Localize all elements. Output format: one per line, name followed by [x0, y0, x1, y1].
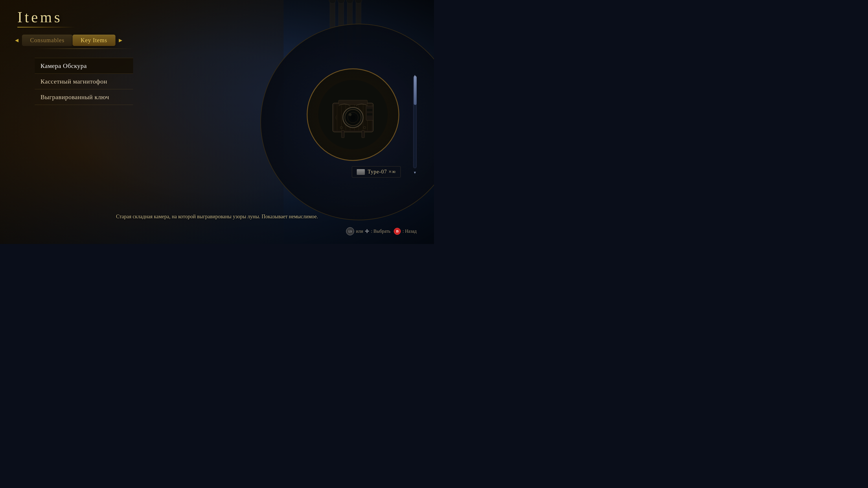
item-list: Камера Обскура Кассетный магнитофон Выгр…: [35, 58, 133, 105]
select-control: LS или ✛ : Выбрать: [346, 227, 390, 235]
or-label: или: [356, 229, 363, 234]
right-panel: ▲ ▼: [289, 0, 434, 244]
list-item[interactable]: Кассетный магнитофон: [35, 74, 133, 89]
svg-point-22: [351, 115, 355, 120]
scroll-bar[interactable]: [413, 76, 416, 168]
scroll-up-arrow[interactable]: ▲: [412, 73, 418, 78]
page-title: Items: [18, 9, 75, 26]
tab-arrow-left[interactable]: ◄: [11, 35, 22, 46]
controls-hint: LS или ✛ : Выбрать B : Назад: [346, 227, 416, 235]
scroll-thumb: [414, 76, 416, 105]
svg-point-23: [349, 113, 351, 116]
main-content: Items ◄ Consumables Key Items ► Камера О…: [0, 0, 283, 244]
tab-consumables[interactable]: Consumables: [22, 35, 73, 46]
back-label: : Назад: [402, 229, 416, 234]
svg-rect-30: [367, 109, 372, 111]
list-item[interactable]: Камера Обскура: [35, 58, 133, 74]
svg-rect-25: [341, 130, 344, 138]
title-underline: [18, 27, 75, 28]
type-badge: Type-07 ×∞: [352, 166, 401, 177]
scroll-down-arrow[interactable]: ▼: [412, 170, 418, 175]
tab-key-items[interactable]: Key Items: [73, 35, 116, 46]
ls-button: LS: [346, 227, 354, 235]
item-display-circle: [307, 68, 399, 161]
tab-arrow-right[interactable]: ►: [116, 35, 126, 46]
category-tabs: ◄ Consumables Key Items ►: [11, 35, 126, 46]
select-label: : Выбрать: [371, 229, 390, 234]
svg-rect-31: [367, 113, 372, 116]
dpad-icon: ✛: [365, 228, 369, 234]
tab-divider: [35, 48, 133, 49]
b-button: B: [394, 228, 401, 235]
item-type-icon: [357, 169, 365, 175]
list-item[interactable]: Выгравированный ключ: [35, 89, 133, 105]
description-section: Старая складная камера, на которой выгра…: [0, 213, 434, 221]
item-description: Старая складная камера, на которой выгра…: [29, 213, 405, 221]
svg-rect-26: [362, 130, 365, 138]
back-control: B : Назад: [394, 228, 416, 235]
item-image: [315, 77, 391, 152]
title-section: Items: [18, 9, 75, 28]
type-label: Type-07 ×∞: [368, 169, 396, 175]
